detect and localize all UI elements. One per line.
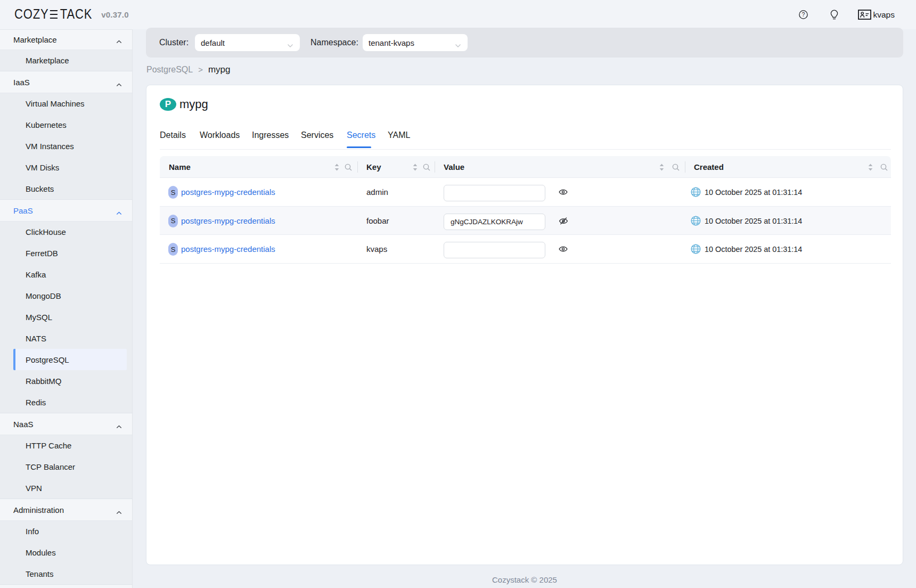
svg-text:?: ?: [802, 11, 805, 18]
